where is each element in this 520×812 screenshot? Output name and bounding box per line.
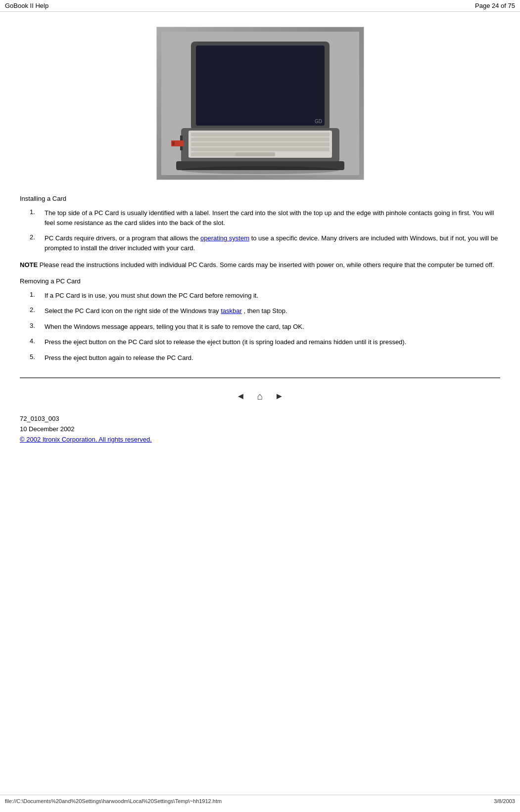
svg-rect-5 bbox=[191, 133, 330, 136]
list-item: 4. Press the eject button on the PC Card… bbox=[20, 337, 500, 347]
list-number: 2. bbox=[30, 306, 45, 316]
svg-rect-2 bbox=[196, 45, 325, 126]
list-number: 2. bbox=[30, 233, 45, 253]
prev-button[interactable]: ◄ bbox=[234, 389, 248, 404]
list-text: Press the eject button again to release … bbox=[45, 353, 193, 363]
content-divider bbox=[20, 377, 500, 378]
list-item: 1. If a PC Card is in use, you must shut… bbox=[20, 291, 500, 301]
installing-list: 1. The top side of a PC Card is usually … bbox=[20, 208, 500, 253]
taskbar-link[interactable]: taskbar bbox=[221, 307, 242, 315]
laptop-image-container: GD bbox=[20, 27, 500, 180]
svg-point-16 bbox=[181, 166, 339, 174]
file-path: file://C:\Documents%20and%20Settings\har… bbox=[5, 798, 222, 804]
svg-rect-10 bbox=[236, 152, 275, 156]
doc-id: 72_0103_003 bbox=[20, 414, 500, 424]
list-number: 4. bbox=[30, 337, 45, 347]
text-after: , then tap Stop. bbox=[242, 307, 287, 315]
page-number: Page 24 of 75 bbox=[475, 2, 515, 9]
home-button[interactable]: ⌂ bbox=[252, 388, 268, 404]
list-item: 2. PC Cards require drivers, or a progra… bbox=[20, 233, 500, 253]
page-header: GoBook II Help Page 24 of 75 bbox=[0, 0, 520, 12]
note-label: NOTE bbox=[20, 261, 38, 269]
list-item: 3. When the Windows message appears, tel… bbox=[20, 322, 500, 332]
installing-heading: Installing a Card bbox=[20, 195, 500, 202]
list-text: PC Cards require drivers, or a program t… bbox=[45, 233, 500, 253]
svg-rect-8 bbox=[191, 147, 330, 151]
list-item: 5. Press the eject button again to relea… bbox=[20, 353, 500, 363]
list-item: 1. The top side of a PC Card is usually … bbox=[20, 208, 500, 227]
svg-text:GD: GD bbox=[315, 119, 322, 124]
list-text: When the Windows message appears, tellin… bbox=[45, 322, 304, 332]
list-item: 2. Select the PC Card icon on the right … bbox=[20, 306, 500, 316]
list-text: Press the eject button on the PC Card sl… bbox=[45, 337, 406, 347]
list-text: Select the PC Card icon on the right sid… bbox=[45, 306, 287, 316]
copyright: © 2002 Itronix Corporation. All rights r… bbox=[20, 435, 500, 445]
removing-heading: Removing a PC Card bbox=[20, 277, 500, 285]
laptop-image: GD bbox=[156, 27, 364, 180]
removing-list: 1. If a PC Card is in use, you must shut… bbox=[20, 291, 500, 363]
nav-buttons: ◄ ⌂ ► bbox=[20, 388, 500, 404]
text-before: Select the PC Card icon on the right sid… bbox=[45, 307, 221, 315]
footer-bottom: file://C:\Documents%20and%20Settings\har… bbox=[0, 795, 520, 807]
note-text: Please read the instructions included wi… bbox=[38, 261, 494, 269]
list-text: If a PC Card is in use, you must shut do… bbox=[45, 291, 258, 301]
list-text: The top side of a PC Card is usually ide… bbox=[45, 208, 500, 227]
svg-rect-7 bbox=[191, 142, 330, 146]
svg-rect-6 bbox=[191, 137, 330, 141]
list-number: 1. bbox=[30, 208, 45, 227]
next-button[interactable]: ► bbox=[272, 389, 287, 404]
operating-system-link[interactable]: operating system bbox=[200, 234, 249, 242]
app-title: GoBook II Help bbox=[5, 2, 48, 9]
copyright-link[interactable]: © 2002 Itronix Corporation. All rights r… bbox=[20, 436, 152, 443]
main-content: GD Installing a Card 1. The top side of … bbox=[0, 12, 520, 469]
list-number: 5. bbox=[30, 353, 45, 363]
list-number: 1. bbox=[30, 291, 45, 301]
list-number: 3. bbox=[30, 322, 45, 332]
file-date: 3/8/2003 bbox=[494, 798, 515, 804]
doc-date: 10 December 2002 bbox=[20, 424, 500, 435]
footer-info: 72_0103_003 10 December 2002 © 2002 Itro… bbox=[20, 414, 500, 445]
note-block: NOTE Please read the instructions includ… bbox=[20, 260, 500, 270]
text-before: PC Cards require drivers, or a program t… bbox=[45, 234, 200, 242]
laptop-svg: GD bbox=[161, 32, 359, 175]
svg-rect-14 bbox=[172, 141, 175, 145]
